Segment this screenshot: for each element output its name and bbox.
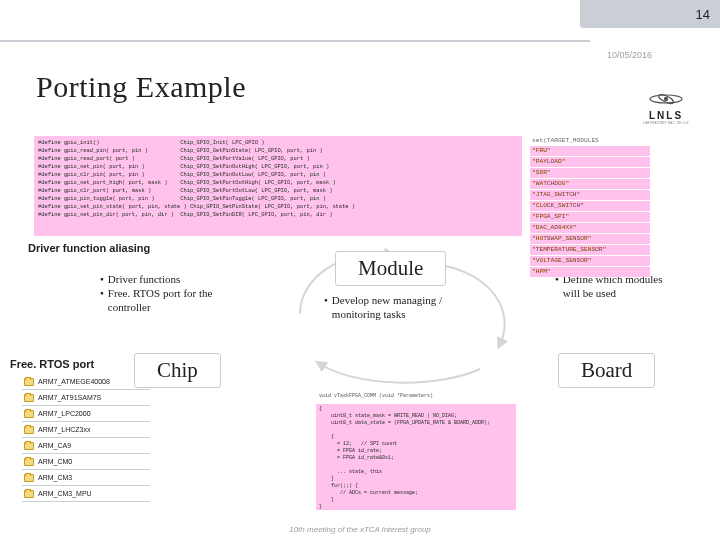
folder-icon (24, 394, 34, 402)
module-heading: Module (335, 251, 446, 286)
module-list-item: "HPM" (530, 267, 650, 277)
page-number-badge: 14 (580, 0, 720, 28)
label-driver-aliasing: Driver function aliasing (28, 242, 150, 254)
folder-icon (24, 474, 34, 482)
module-list: set(TARGET_MODULES "FRU" "PAYLOAD" "SDR"… (530, 136, 650, 278)
module-list-item: "FRU" (530, 146, 650, 156)
code-task-header: void vTaskFPGA_COMM (void *Parameters) (316, 392, 516, 402)
page-number: 14 (696, 7, 710, 22)
module-list-item: "FPGA_SPI" (530, 212, 650, 222)
folder-row: ARM7_LPC2000 (22, 406, 150, 422)
code-define-block: #define gpio_init() Chip_GPIO_Init( LPC_… (34, 136, 522, 236)
module-bullet-0: Develop new managing / monitoring tasks (332, 293, 444, 321)
folder-name: ARM_CA9 (38, 442, 71, 449)
logo-subtext: LABORATÓRIO NAC. DE LUZ (636, 121, 696, 125)
module-bullets: •Develop new managing / monitoring tasks (324, 293, 444, 321)
module-list-item: "PAYLOAD" (530, 157, 650, 167)
slide-footer: 10th meeting of the xTCA interest group (0, 525, 720, 534)
chip-bullets: •Driver functions •Free. RTOS port for t… (100, 272, 230, 314)
folder-icon (24, 490, 34, 498)
top-divider (0, 40, 590, 42)
folder-icon (24, 458, 34, 466)
folder-name: ARM_CM3 (38, 474, 72, 481)
chip-bullet-1: Free. RTOS port for the controller (108, 286, 230, 314)
code-task-block: { uint8_t state_mask = WRITE_READ | NO_D… (316, 404, 516, 510)
folder-name: ARM_CM3_MPU (38, 490, 92, 497)
module-list-item: "SDR" (530, 168, 650, 178)
folder-name: ARM7_AT91SAM7S (38, 394, 101, 401)
folder-name: ARM7_LHCZ3xx (38, 426, 91, 433)
module-list-item: "CLOCK_SWITCH" (530, 201, 650, 211)
module-list-item: "HOTSWAP_SENSOR" (530, 234, 650, 244)
folder-name: ARM_CM0 (38, 458, 72, 465)
slide-date: 10/05/2016 (607, 50, 652, 60)
module-list-item: "WATCHDOG" (530, 179, 650, 189)
module-list-heading: set(TARGET_MODULES (530, 136, 650, 146)
folder-row: ARM7_LHCZ3xx (22, 422, 150, 438)
svg-point-2 (664, 97, 668, 101)
folder-row: ARM_CA9 (22, 438, 150, 454)
board-heading: Board (558, 353, 655, 388)
folder-row: ARM_CM3_MPU (22, 486, 150, 502)
folder-icon (24, 410, 34, 418)
chip-bullet-0: Driver functions (108, 272, 180, 286)
folder-row: ARM_CM0 (22, 454, 150, 470)
folder-name: ARM7_ATMEGE40008 (38, 378, 110, 385)
folder-row: ARM7_ATMEGE40008 (22, 374, 150, 390)
module-list-item: "VOLTAGE_SENSOR" (530, 256, 650, 266)
module-list-item: "DAC_AD84XX" (530, 223, 650, 233)
lnls-logo: LNLS LABORATÓRIO NAC. DE LUZ (636, 90, 696, 125)
logo-text: LNLS (636, 110, 696, 121)
slide-title: Porting Example (36, 70, 246, 104)
folder-icon (24, 378, 34, 386)
logo-icon (648, 90, 684, 108)
folder-row: ARM7_AT91SAM7S (22, 390, 150, 406)
folder-icon (24, 442, 34, 450)
folder-icon (24, 426, 34, 434)
folder-name: ARM7_LPC2000 (38, 410, 91, 417)
folder-list: ARM7_ATMEGE40008 ARM7_AT91SAM7S ARM7_LPC… (22, 374, 150, 502)
label-freertos-port: Free. RTOS port (10, 358, 94, 370)
module-list-item: "JTAG_SWITCH" (530, 190, 650, 200)
module-list-item: "TEMPERATURE_SENSOR" (530, 245, 650, 255)
folder-row: ARM_CM3 (22, 470, 150, 486)
